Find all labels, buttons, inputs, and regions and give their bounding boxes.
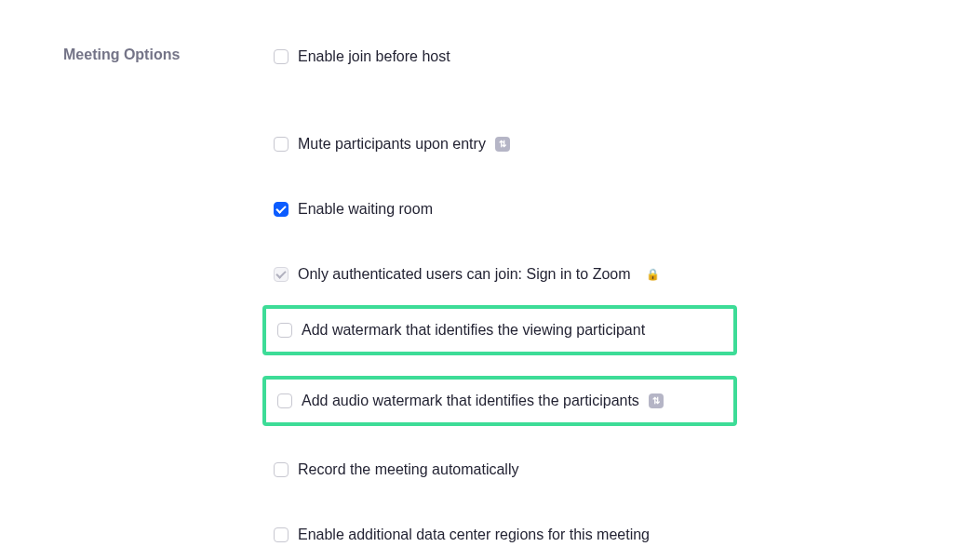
option-video-watermark: Add watermark that identifies the viewin… [272, 318, 728, 342]
info-badge-icon[interactable]: ⇅ [649, 393, 664, 408]
label-join-before-host: Enable join before host [298, 47, 450, 67]
option-authenticated-users: Only authenticated users can join: Sign … [268, 262, 890, 287]
section-title: Meeting Options [63, 45, 268, 63]
checkbox-data-center[interactable] [274, 527, 289, 542]
checkbox-join-before-host[interactable] [274, 49, 289, 64]
option-join-before-host: Enable join before host [268, 45, 890, 69]
option-data-center: Enable additional data center regions fo… [268, 523, 890, 547]
label-authenticated-users: Only authenticated users can join: Sign … [298, 264, 631, 285]
meeting-options-section: Meeting Options Enable join before host … [0, 0, 953, 560]
checkbox-video-watermark[interactable] [277, 323, 292, 338]
checkbox-audio-watermark[interactable] [277, 393, 292, 408]
checkbox-mute-on-entry[interactable] [274, 137, 289, 152]
info-badge-icon[interactable]: ⇅ [495, 137, 510, 152]
label-audio-watermark: Add audio watermark that identifies the … [302, 391, 639, 411]
checkbox-waiting-room[interactable] [274, 202, 289, 217]
label-video-watermark: Add watermark that identifies the viewin… [302, 320, 645, 340]
highlight-video-watermark: Add watermark that identifies the viewin… [262, 305, 737, 355]
label-data-center: Enable additional data center regions fo… [298, 525, 650, 545]
label-record-auto: Record the meeting automatically [298, 460, 518, 480]
option-record-auto: Record the meeting automatically [268, 458, 890, 482]
option-audio-watermark: Add audio watermark that identifies the … [272, 389, 728, 413]
option-waiting-room: Enable waiting room [268, 197, 890, 221]
checkbox-record-auto[interactable] [274, 462, 289, 477]
highlight-audio-watermark: Add audio watermark that identifies the … [262, 376, 737, 426]
label-waiting-room: Enable waiting room [298, 199, 433, 220]
label-mute-on-entry: Mute participants upon entry [298, 134, 486, 154]
lock-icon: 🔒 [646, 268, 660, 281]
options-list: Enable join before host Mute participant… [268, 45, 890, 547]
checkbox-authenticated-users [274, 267, 289, 282]
option-mute-on-entry: Mute participants upon entry ⇅ [268, 132, 890, 156]
